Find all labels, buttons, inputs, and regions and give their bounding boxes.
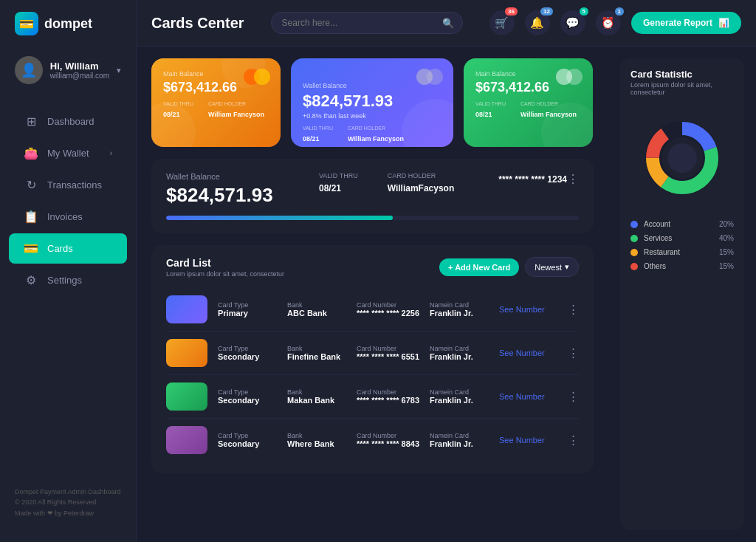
- svg-point-6: [667, 143, 697, 173]
- wallet-progress-bar: [166, 216, 579, 220]
- card-number-group: Card Number **** **** **** 6551: [357, 345, 419, 361]
- user-dropdown-icon[interactable]: ▾: [117, 66, 121, 75]
- name-group: Namein Card Franklin Jr.: [430, 388, 489, 405]
- user-profile[interactable]: 👤 Hi, William william@mail.com ▾: [0, 47, 136, 93]
- bar-chart-icon: 📊: [718, 18, 729, 28]
- account-dot: [630, 221, 638, 228]
- wallet-balance-label: Wallet Balance: [166, 172, 319, 181]
- card-type-group: Card Type Secondary: [218, 345, 277, 361]
- logo-icon: 💳: [15, 12, 38, 35]
- wallet-card-number: **** **** **** 1234: [498, 172, 567, 185]
- card-type-group: Card Type Secondary: [218, 388, 277, 405]
- content-area: Main Balance $673,412.66 VALID THRU 08/2…: [137, 47, 756, 542]
- generate-report-button[interactable]: Generate Report 📊: [631, 12, 741, 34]
- sidebar-item-invoices[interactable]: 📋 Invoices: [9, 202, 127, 232]
- message-badge: 5: [580, 7, 588, 16]
- sort-button[interactable]: Newest ▾: [525, 257, 579, 277]
- sidebar-item-label: Invoices: [47, 211, 83, 222]
- bank-group: Bank Makan Bank: [287, 388, 346, 405]
- card-holder: CARD HOLDER William Fancyson: [348, 126, 404, 144]
- card-number-group: Card Number **** **** **** 6783: [357, 388, 419, 405]
- name-group: Namein Card Franklin Jr.: [430, 432, 489, 448]
- wallet-progress-fill: [166, 216, 393, 220]
- more-options-button[interactable]: ⋮: [567, 172, 579, 186]
- credit-card-green[interactable]: Main Balance $673,412.66 VALID THRU 08/2…: [464, 58, 593, 147]
- search-bar: 🔍: [271, 12, 463, 34]
- clock-badge: 1: [615, 7, 624, 16]
- sidebar-item-my-wallet[interactable]: 👛 My Wallet ›: [9, 138, 127, 168]
- donut-chart: [630, 106, 734, 210]
- transactions-icon: ↻: [24, 178, 38, 192]
- mini-card-blue: [166, 295, 207, 323]
- content-left: Main Balance $673,412.66 VALID THRU 08/2…: [137, 47, 608, 542]
- clock-notification-button[interactable]: ⏰ 1: [596, 10, 621, 35]
- sidebar-item-label: Transactions: [47, 179, 102, 191]
- user-info: Hi, William william@mail.com: [50, 61, 109, 80]
- legend-item-services: Services 40%: [630, 234, 734, 242]
- sidebar-item-dashboard[interactable]: ⊞ Dashboard: [9, 106, 127, 137]
- mini-card-orange: [166, 339, 207, 367]
- credit-card-blue[interactable]: Wallet Balance $824,571.93 +0.8% than la…: [291, 58, 453, 147]
- logo-text: dompet: [44, 16, 92, 32]
- legend-item-restaurant: Restaurant 15%: [630, 248, 734, 256]
- right-panel: Card Statistic Lorem ipsum dolor sit ame…: [608, 47, 756, 542]
- logo: 💳 dompet: [0, 12, 136, 47]
- sidebar-item-settings[interactable]: ⚙ Settings: [9, 265, 127, 295]
- see-number-link[interactable]: See Number: [499, 349, 545, 357]
- cards-icon: 💳: [24, 241, 38, 255]
- table-row: Card Type Primary Bank ABC Bank Card Num…: [166, 288, 579, 332]
- restaurant-dot: [630, 249, 638, 256]
- card-number-group: Card Number **** **** **** 2256: [357, 301, 419, 318]
- mini-card-purple: [166, 426, 207, 454]
- see-number-link[interactable]: See Number: [499, 436, 545, 445]
- invoices-icon: 📋: [24, 210, 38, 224]
- item-more-button[interactable]: ⋮: [568, 433, 579, 447]
- mastercard-logo-blue: [416, 69, 443, 85]
- chevron-right-icon: ›: [110, 149, 112, 157]
- add-card-button[interactable]: + Add New Card: [439, 258, 519, 276]
- dashboard-icon: ⊞: [24, 114, 38, 128]
- card-list-actions: + Add New Card Newest ▾: [439, 257, 579, 277]
- message-notification-button[interactable]: 💬 5: [560, 10, 585, 35]
- item-more-button[interactable]: ⋮: [568, 346, 579, 360]
- others-dot: [630, 263, 638, 270]
- sidebar-item-label: Cards: [47, 243, 73, 254]
- card-valid-thru: VALID THRU 08/21: [303, 126, 333, 144]
- stat-subtitle: Lorem ipsum dolor sit amet, consectetur: [630, 81, 734, 96]
- cart-notification-button[interactable]: 🛒 36: [489, 10, 515, 35]
- wallet-card-holder: CARD HOLDER WilliamFacyson: [388, 172, 455, 194]
- card-list-subtitle: Lorem ipsum dolor sit amet, consectetur: [166, 270, 284, 278]
- nav-menu: ⊞ Dashboard 👛 My Wallet › ↻ Transactions…: [0, 99, 136, 475]
- see-number-link[interactable]: See Number: [499, 392, 545, 401]
- wallet-balance-section: Wallet Balance $824,571.93 VALID THRU 08…: [151, 159, 594, 233]
- card-number-group: Card Number **** **** **** 8843: [357, 432, 419, 448]
- sidebar-item-cards[interactable]: 💳 Cards: [9, 233, 127, 264]
- card-type-group: Card Type Primary: [218, 301, 277, 318]
- card-list-section: Card List Lorem ipsum dolor sit amet, co…: [151, 245, 594, 473]
- services-dot: [630, 235, 638, 242]
- stat-title: Card Statistic: [630, 69, 734, 80]
- mastercard-logo-green: [556, 69, 583, 85]
- legend-item-account: Account 20%: [630, 220, 734, 228]
- credit-card-orange[interactable]: Main Balance $673,412.66 VALID THRU 08/2…: [151, 58, 281, 147]
- main-content: Cards Center 🔍 🛒 36 🔔 12 💬 5 ⏰ 1: [137, 0, 756, 542]
- mini-card-green: [166, 383, 207, 411]
- card-list-items: Card Type Primary Bank ABC Bank Card Num…: [166, 288, 579, 462]
- mastercard-logo: [244, 69, 270, 85]
- bell-notification-button[interactable]: 🔔 12: [525, 10, 550, 35]
- search-input[interactable]: [271, 12, 463, 34]
- sidebar: 💳 dompet 👤 Hi, William william@mail.com …: [0, 0, 137, 542]
- donut-chart-container: [630, 106, 734, 210]
- item-more-button[interactable]: ⋮: [568, 303, 579, 316]
- bank-group: Bank ABC Bank: [287, 301, 346, 318]
- page-title: Cards Center: [151, 15, 244, 32]
- sidebar-item-label: My Wallet: [47, 148, 89, 159]
- item-more-button[interactable]: ⋮: [568, 390, 579, 403]
- table-row: Card Type Secondary Bank Makan Bank Card…: [166, 375, 579, 419]
- bell-badge: 12: [540, 7, 553, 16]
- see-number-link[interactable]: See Number: [499, 305, 545, 314]
- bank-group: Bank Where Bank: [287, 432, 346, 448]
- cards-carousel: Main Balance $673,412.66 VALID THRU 08/2…: [151, 58, 594, 147]
- wallet-valid-thru: VALID THRU 08/21: [319, 172, 358, 194]
- sidebar-item-transactions[interactable]: ↻ Transactions: [9, 170, 127, 200]
